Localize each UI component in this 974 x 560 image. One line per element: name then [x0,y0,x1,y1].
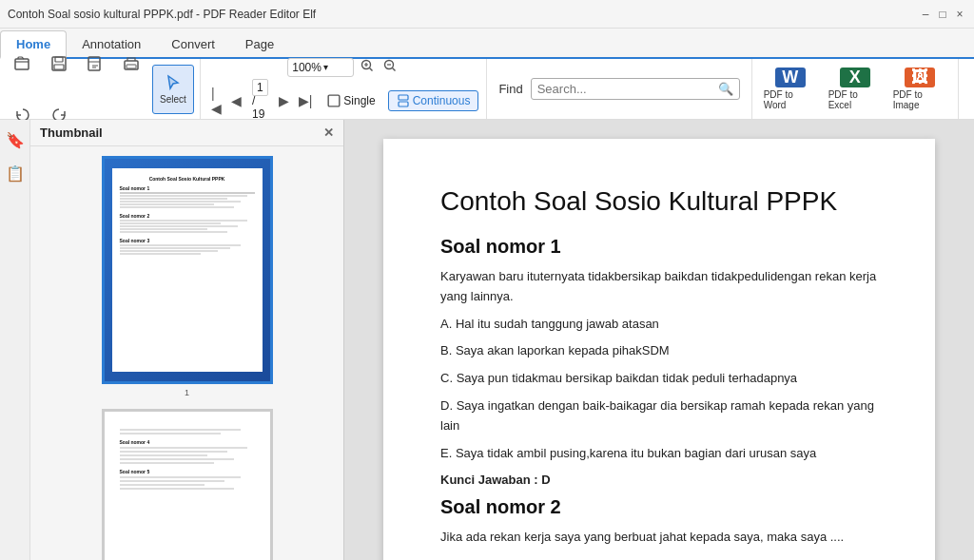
pdf-soal2-title: Soal nomor 2 [440,496,878,518]
pdf-main-title: Contoh Soal Sosio Kultural PPPK [440,186,878,217]
pdf-to-word-label: PDF to Word [764,89,817,110]
find-input-wrap[interactable]: 🔍 [531,78,740,100]
zoom-out-btn[interactable] [380,58,399,76]
thumb-img-2: Soal nomor 4 Soal nomor 5 [102,409,273,560]
toolbar: Select 100% ▾ |◀ ◀ 1 / 19 ▶ ▶| [0,59,974,120]
svg-rect-4 [88,57,100,70]
next-page-btn[interactable]: ▶ [276,92,292,109]
svg-rect-9 [328,95,340,106]
zoom-value: 100% [292,61,321,74]
minimize-icon[interactable]: – [919,8,932,21]
thumbnail-header: Thumbnail ✕ [30,120,343,146]
thumbnail-close-btn[interactable]: ✕ [323,126,334,140]
toolbar-convert: W PDF to Word X PDF to Excel 🖼 PDF to Im… [752,59,959,119]
thumbnail-page-1[interactable]: Contoh Soal Sosio Kultural PPPK Soal nom… [40,156,334,397]
search-input[interactable] [537,82,718,96]
thumbnail-page-2[interactable]: Soal nomor 4 Soal nomor 5 [40,409,334,560]
word-icon: W [775,68,806,87]
pdf-soal1-question: Karyawan baru ituternyata tidakbersikap … [440,267,878,307]
pdf-to-image-label: PDF to Image [893,89,946,110]
svg-rect-11 [399,102,408,106]
view-continuous-btn[interactable]: Continuous [388,90,479,111]
titlebar: Contoh Soal sosio kultural PPPK.pdf - PD… [0,0,974,29]
pdf-soal2-question: Jika ada rekan kerja saya yang berbuat j… [440,528,878,548]
close-icon[interactable]: × [953,8,966,21]
zoom-in-btn[interactable] [358,58,377,76]
thumbnail-list: Contoh Soal Sosio Kultural PPPK Soal nom… [30,146,343,560]
svg-rect-6 [127,65,136,68]
thumb-img-1: Contoh Soal Sosio Kultural PPPK Soal nom… [102,156,273,384]
pdf-page: Contoh Soal Sosio Kultural PPPK Soal nom… [383,139,935,560]
layers-icon[interactable]: 📋 [2,161,29,186]
toolbar-nav: 100% ▾ |◀ ◀ 1 / 19 ▶ ▶| Single [201,59,487,119]
thumbnail-title: Thumbnail [40,126,103,140]
zoom-dropdown-icon[interactable]: ▾ [323,62,328,72]
find-bar: Find 🔍 [487,59,751,119]
pdf-soal1-title: Soal nomor 1 [440,236,878,258]
svg-rect-0 [15,59,29,69]
titlebar-controls[interactable]: – □ × [919,8,966,21]
find-label: Find [498,82,522,96]
select-button[interactable]: Select [152,65,194,114]
pdf-to-excel-btn[interactable]: X PDF to Excel [825,65,886,114]
print-btn[interactable] [114,39,148,88]
tab-convert[interactable]: Convert [156,31,230,57]
view-single-btn[interactable]: Single [319,90,383,111]
sidebar-icons: 🔖 📋 [0,120,30,560]
pdf-soal1-answer: Kunci Jawaban : D [440,473,878,487]
open-file-btn[interactable] [6,39,40,88]
first-page-btn[interactable]: |◀ [208,85,224,117]
excel-icon: X [840,68,870,87]
pdf-soal1-option-a: A. Hal itu sudah tanggung jawab atasan [440,315,878,335]
pdf-area[interactable]: Contoh Soal Sosio Kultural PPPK Soal nom… [344,120,974,560]
pdf-to-word-btn[interactable]: W PDF to Word [760,65,821,114]
zoom-box[interactable]: 100% ▾ [287,58,354,77]
pdf-to-image-btn[interactable]: 🖼 PDF to Image [889,65,950,114]
saveas-btn[interactable] [78,39,112,88]
pdf-soal1-option-c: C. Saya pun tidakmau bersikap baikdan ti… [440,369,878,389]
page-info: 1 / 19 [248,81,272,121]
view-single-label: Single [343,94,375,107]
page-total: 19 [252,107,264,121]
maximize-icon[interactable]: □ [936,8,949,21]
pdf-soal1-option-b: B. Saya akan laporkan kepada pihakSDM [440,341,878,361]
image-icon: 🖼 [905,68,935,87]
svg-rect-10 [399,95,408,100]
select-label: Select [160,94,186,105]
pdf-to-excel-label: PDF to Excel [828,89,882,110]
tab-page[interactable]: Page [230,31,289,57]
thumbnail-panel: Thumbnail ✕ Contoh Soal Sosio Kultural P… [30,120,344,560]
titlebar-title: Contoh Soal sosio kultural PPPK.pdf - PD… [8,8,316,21]
pdf-soal1-option-d: D. Saya ingatkan dengan baik-baikagar di… [440,396,878,436]
pdf-soal1-option-e: E. Saya tidak ambil pusing,karena itu bu… [440,444,878,464]
view-continuous-label: Continuous [413,94,471,107]
toolbar-upgrade: ⭐ Upgrade [959,59,974,119]
bookmark-icon[interactable]: 🔖 [2,127,29,153]
svg-rect-3 [54,65,64,69]
search-icon[interactable]: 🔍 [718,82,733,96]
last-page-btn[interactable]: ▶| [296,92,316,109]
toolbar-left: Select [0,59,201,119]
save-btn[interactable] [42,39,76,88]
thumb-page-num-1: 1 [185,388,189,397]
main: 🔖 📋 Thumbnail ✕ Contoh Soal Sosio Kultur… [0,120,974,560]
pdf-soal2-option-a: A. memukulnya [440,555,878,560]
prev-page-btn[interactable]: ◀ [228,92,244,109]
